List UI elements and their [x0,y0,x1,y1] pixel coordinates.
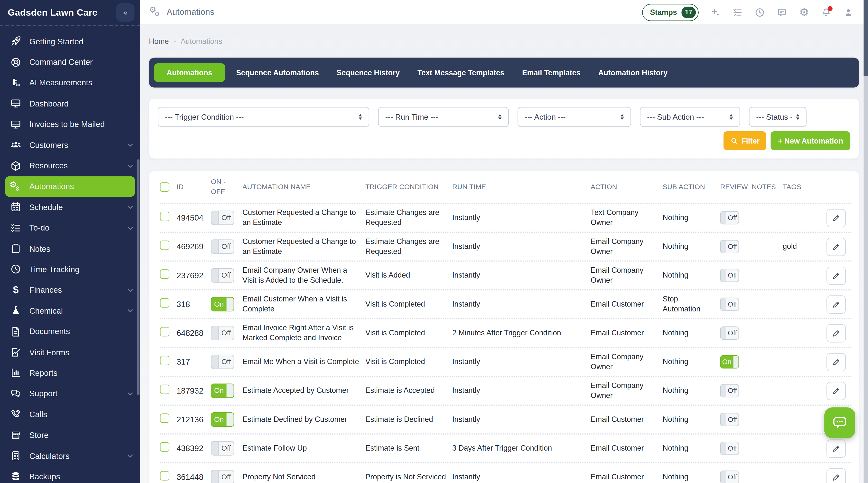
sidebar-item-visit-forms[interactable]: Visit Forms [0,342,140,363]
filter-select-trigger-condition[interactable]: --- Trigger Condition --- [158,107,369,127]
breadcrumb: Home - Automations [149,37,855,45]
on-off-toggle[interactable]: Off [211,441,234,455]
stamps-button[interactable]: Stamps 17 [642,4,699,21]
action: Email Customer [591,444,663,453]
row-checkbox[interactable] [160,356,169,366]
on-off-toggle[interactable]: Off [211,210,234,225]
clipboard-icon [10,243,22,254]
select-all-checkbox[interactable] [160,182,169,192]
page-scrollbar[interactable] [864,0,868,483]
tab-email-templates[interactable]: Email Templates [513,68,590,77]
sidebar-item-customers[interactable]: Customers [0,135,140,155]
notifications-bell-icon[interactable] [821,7,832,17]
automation-id: 469269 [177,242,211,252]
row-checkbox[interactable] [160,442,169,452]
row-checkbox[interactable] [160,241,169,250]
sidebar-item-time-tracking[interactable]: Time Tracking [0,259,140,280]
filter-button[interactable]: Filter [724,131,766,150]
sidebar-item-schedule[interactable]: Schedule [0,197,140,218]
edit-button[interactable] [826,208,846,227]
sidebar-item-reports[interactable]: Reports [0,363,140,383]
row-checkbox[interactable] [160,327,169,337]
on-off-toggle[interactable]: On [211,412,234,427]
row-checkbox[interactable] [160,414,169,423]
sidebar-item-resources[interactable]: Resources [0,155,140,176]
review-toggle[interactable]: Off [720,297,739,311]
tab-sequence-history[interactable]: Sequence History [328,68,408,77]
filter-select-run-time[interactable]: --- Run Time --- [378,107,509,127]
row-checkbox[interactable] [160,212,169,221]
edit-button[interactable] [826,324,846,342]
breadcrumb-current: Automations [181,37,222,45]
tab-sequence-automations[interactable]: Sequence Automations [227,68,328,77]
sparkles-icon[interactable] [710,7,721,17]
sidebar-item-invoices-to-be-mailed[interactable]: Invoices to be Mailed [0,114,140,135]
sub-action: Stop Automation [662,295,720,314]
sidebar-item-automations[interactable]: ⚙⚙ Automations [5,176,135,197]
sidebar-item-command-center[interactable]: Command Center [0,52,140,73]
tasks-icon[interactable] [733,7,743,17]
clock-icon[interactable] [754,7,765,17]
sidebar-item-support[interactable]: Support [0,383,140,404]
new-automation-button[interactable]: + New Automation [771,131,850,150]
row-checkbox[interactable] [160,269,169,279]
row-checkbox[interactable] [160,385,169,394]
review-toggle[interactable]: Off [720,442,739,455]
edit-button[interactable] [826,439,846,457]
message-icon[interactable] [777,7,787,17]
tab-automation-history[interactable]: Automation History [589,68,676,77]
review-toggle[interactable]: On [720,355,739,369]
row-checkbox[interactable] [160,298,169,308]
breadcrumb-home[interactable]: Home [149,37,169,45]
review-toggle[interactable]: Off [720,240,739,253]
on-off-toggle[interactable]: Off [211,268,234,283]
clock-icon [10,263,22,275]
sidebar-scrollbar[interactable] [137,159,140,395]
review-toggle[interactable]: Off [720,326,739,340]
review-toggle[interactable]: Off [720,269,739,282]
sidebar-item-calculators[interactable]: Calculators [0,446,140,466]
edit-button[interactable] [826,381,846,400]
page-scrollbar-thumb[interactable] [864,0,868,76]
on-off-toggle[interactable]: On [211,383,234,398]
edit-button[interactable] [826,295,846,313]
row-checkbox[interactable] [160,471,169,481]
filter-select-sub-action[interactable]: --- Sub Action --- [640,107,740,127]
sidebar-item-store[interactable]: Store [0,425,140,446]
sidebar-item-calls[interactable]: Calls [0,404,140,425]
sidebar-item-to-do[interactable]: To-do [0,218,140,238]
sidebar-collapse-button[interactable]: « [116,3,134,22]
sidebar-item-documents[interactable]: Documents [0,321,140,342]
edit-button[interactable] [826,266,846,285]
on-off-toggle[interactable]: On [211,297,234,311]
filter-select-status[interactable]: --- Status --- [749,107,807,127]
edit-button[interactable] [826,237,846,256]
review-toggle[interactable]: Off [720,211,739,224]
sidebar-item-ai-measurements[interactable]: AI Measurements [0,73,140,93]
on-off-toggle[interactable]: Off [211,355,234,369]
tab-automations[interactable]: Automations [154,63,225,82]
sidebar-item-finances[interactable]: $ Finances [0,280,140,301]
chat-widget-button[interactable] [824,407,855,438]
edit-button[interactable] [826,353,846,371]
tags: gold [783,242,822,252]
sidebar-item-backups[interactable]: Backups [0,466,140,483]
document-icon [10,325,22,337]
on-off-toggle[interactable]: Off [211,470,234,483]
review-toggle[interactable]: Off [720,471,739,483]
user-icon[interactable] [843,7,854,17]
settings-gear-icon[interactable]: ⚙ [799,7,809,17]
automation-id: 237692 [177,270,211,281]
review-toggle[interactable]: Off [720,384,739,397]
on-off-toggle[interactable]: Off [211,326,234,340]
edit-button[interactable] [826,468,846,483]
sidebar-item-chemical[interactable]: Chemical [0,301,140,321]
chevron-down-icon [126,390,134,398]
tab-text-message-templates[interactable]: Text Message Templates [409,68,513,77]
on-off-toggle[interactable]: Off [211,239,234,254]
sidebar-item-dashboard[interactable]: Dashboard [0,93,140,114]
review-toggle[interactable]: Off [720,413,739,426]
sidebar-item-getting-started[interactable]: Getting Started [0,31,140,52]
sidebar-item-notes[interactable]: Notes [0,238,140,259]
filter-select-action[interactable]: --- Action --- [518,107,631,127]
